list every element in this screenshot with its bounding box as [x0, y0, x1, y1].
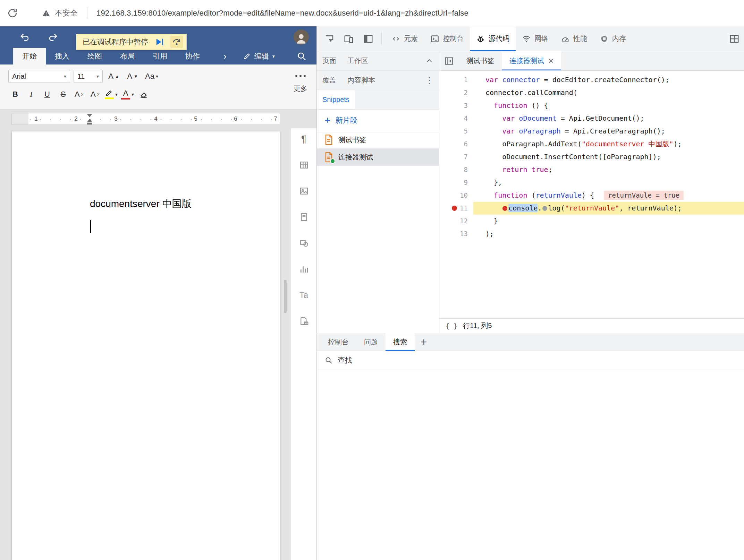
collapse-sidebar-tabs-button[interactable]: [420, 51, 439, 70]
code-text[interactable]: return true;: [473, 163, 744, 176]
code-text[interactable]: oParagraph.AddText("documentserver 中国版")…: [473, 138, 744, 150]
code-text[interactable]: oDocument.InsertContent([oParagraph]);: [473, 150, 744, 163]
selected-token[interactable]: console: [508, 204, 538, 212]
redo-button[interactable]: [46, 31, 60, 44]
drawer-tab-search[interactable]: 搜索: [386, 333, 415, 351]
strikethrough-button[interactable]: S: [56, 87, 71, 101]
inline-breakpoint-candidate-icon[interactable]: [542, 206, 547, 211]
ribbon-tab-insert[interactable]: 插入: [46, 48, 78, 64]
user-avatar[interactable]: [294, 29, 309, 45]
new-drawer-tab-button[interactable]: +: [415, 333, 433, 351]
url-text[interactable]: 192.168.3.159:8010/example/editor?mode=e…: [96, 9, 468, 18]
sidebar-tab-snippets[interactable]: Snippets: [317, 90, 355, 109]
line-number-gutter[interactable]: 13: [439, 227, 473, 240]
devtools-tab-console[interactable]: 控制台: [424, 26, 470, 51]
resume-script-button[interactable]: [153, 36, 166, 48]
edit-mode-dropdown[interactable]: 编辑 ▾: [243, 51, 275, 61]
line-number-gutter[interactable]: 4: [439, 112, 473, 125]
underline-button[interactable]: U: [40, 87, 55, 101]
document-page[interactable]: documentserver 中国版: [11, 131, 280, 560]
code-text[interactable]: function () {: [473, 99, 744, 112]
code-text[interactable]: console.log("returnVaule", returnVaule);: [473, 202, 744, 215]
line-number-gutter[interactable]: 7: [439, 150, 473, 163]
chart-settings-button[interactable]: [297, 262, 311, 276]
more-tabs-chevron-icon[interactable]: ›: [223, 51, 227, 62]
sidebar-tab-workspace[interactable]: 工作区: [342, 51, 374, 70]
ribbon-tab-layout[interactable]: 布局: [111, 48, 144, 64]
line-number[interactable]: 5: [464, 125, 468, 138]
line-number-gutter[interactable]: 2: [439, 86, 473, 99]
toggle-navigator-button[interactable]: [439, 51, 459, 70]
line-number[interactable]: 3: [464, 99, 468, 112]
editor-search-button[interactable]: [296, 51, 308, 63]
font-size-select[interactable]: 11 ▾: [74, 70, 103, 83]
toolbar-more-button[interactable]: 更多: [294, 75, 307, 93]
code-text[interactable]: var connector = docEditor.createConnecto…: [473, 74, 744, 86]
line-number[interactable]: 4: [464, 112, 468, 125]
ribbon-tab-collaboration[interactable]: 协作: [176, 48, 209, 64]
paragraph-settings-button[interactable]: ¶: [297, 132, 311, 146]
line-number-gutter[interactable]: 11: [439, 202, 473, 215]
dock-layout-button[interactable]: [725, 26, 744, 51]
code-text[interactable]: );: [473, 227, 744, 240]
undo-button[interactable]: [18, 31, 31, 44]
vertical-scrollbar-thumb[interactable]: [284, 280, 287, 313]
line-number-gutter[interactable]: 8: [439, 163, 473, 176]
horizontal-ruler[interactable]: 1 2 3 4 5 6 7: [0, 110, 316, 128]
subscript-button[interactable]: A2: [87, 87, 103, 101]
highlight-color-button[interactable]: ▾: [103, 87, 119, 101]
code-text[interactable]: var oDocument = Api.GetDocument();: [473, 112, 744, 125]
breakpoint-dot-icon[interactable]: [452, 206, 457, 211]
sidebar-more-button[interactable]: ⋮: [420, 71, 439, 90]
indent-marker-handle[interactable]: [87, 114, 92, 124]
headerfooter-settings-button[interactable]: [297, 210, 311, 224]
line-number[interactable]: 10: [460, 189, 468, 202]
line-number[interactable]: 2: [464, 86, 468, 99]
file-tab-connector-test[interactable]: 连接器测试 ×: [502, 51, 561, 70]
security-indicator[interactable]: 不安全: [42, 8, 78, 18]
devtools-tab-performance[interactable]: 性能: [555, 26, 593, 51]
increase-font-size-button[interactable]: A▲: [106, 69, 121, 83]
snippet-item-bookmark-test[interactable]: 测试书签: [317, 131, 439, 148]
code-text[interactable]: },: [473, 176, 744, 189]
drawer-tab-console[interactable]: 控制台: [320, 333, 356, 351]
line-number-gutter[interactable]: 10: [439, 189, 473, 202]
line-number[interactable]: 11: [460, 202, 468, 215]
code-text[interactable]: }: [473, 215, 744, 227]
line-number-gutter[interactable]: 12: [439, 215, 473, 227]
code-text[interactable]: var oParagraph = Api.CreateParagraph();: [473, 125, 744, 138]
line-number[interactable]: 9: [464, 176, 468, 189]
line-number-gutter[interactable]: 1: [439, 74, 473, 86]
ribbon-tab-references[interactable]: 引用: [144, 48, 176, 64]
mailmerge-settings-button[interactable]: [297, 315, 311, 328]
line-number[interactable]: 13: [460, 227, 468, 240]
file-tab-bookmark-test[interactable]: 测试书签: [459, 51, 502, 70]
sidebar-tab-page[interactable]: 页面: [317, 51, 342, 70]
textart-settings-button[interactable]: Ta: [297, 288, 311, 302]
shape-settings-button[interactable]: [297, 236, 311, 250]
line-number[interactable]: 8: [464, 163, 468, 176]
devtools-tab-memory[interactable]: 内存: [593, 26, 632, 51]
drawer-tab-issues[interactable]: 问题: [356, 333, 386, 351]
inline-breakpoint-active-icon[interactable]: [502, 206, 507, 211]
bold-button[interactable]: B: [8, 87, 23, 101]
close-tab-icon[interactable]: ×: [548, 55, 553, 66]
toggle-panel-button[interactable]: [358, 26, 378, 51]
line-number[interactable]: 6: [464, 138, 468, 150]
code-area[interactable]: 1var connector = docEditor.createConnect…: [439, 71, 744, 318]
sidebar-tab-overrides[interactable]: 覆盖: [317, 71, 342, 90]
table-settings-button[interactable]: [297, 158, 311, 172]
search-input-row[interactable]: 查找: [317, 351, 744, 369]
line-number-gutter[interactable]: 5: [439, 125, 473, 138]
change-case-button[interactable]: Aa ▾: [144, 69, 160, 83]
font-color-button[interactable]: A ▾: [120, 87, 135, 101]
pretty-print-button[interactable]: { }: [446, 322, 457, 330]
font-family-select[interactable]: Arial ▾: [8, 70, 70, 83]
device-toolbar-button[interactable]: [339, 26, 358, 51]
line-number[interactable]: 7: [464, 150, 468, 163]
clear-style-button[interactable]: [136, 87, 151, 101]
superscript-button[interactable]: A2: [71, 87, 87, 101]
new-snippet-button[interactable]: + 新片段: [317, 110, 439, 131]
document-text[interactable]: documentserver 中国版: [90, 197, 192, 210]
italic-button[interactable]: I: [24, 87, 39, 101]
